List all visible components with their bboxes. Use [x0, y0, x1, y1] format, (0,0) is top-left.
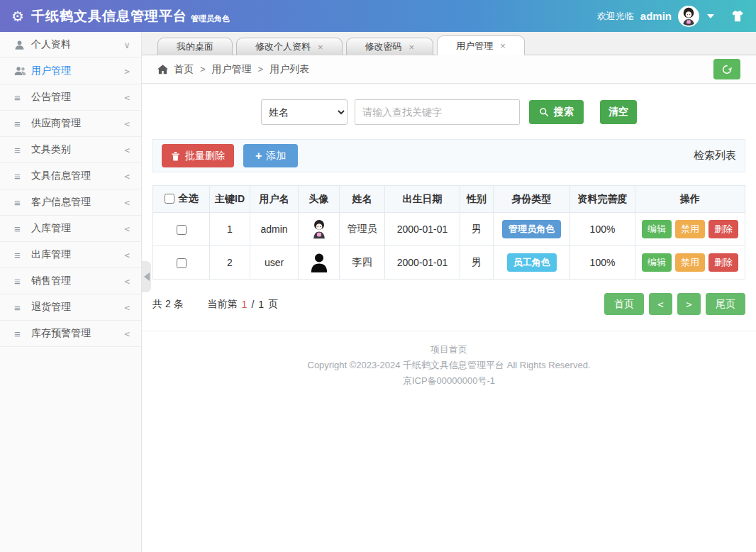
cell-id: 2: [210, 246, 250, 280]
page-separator: /: [251, 299, 254, 310]
sidebar: 个人资料 ∨ 用户管理 > ≡ 公告管理 < ≡ 供应商管理 < ≡ 文具类别 …: [0, 32, 142, 552]
delete-button[interactable]: 删除: [708, 220, 738, 238]
sidebar-item-stock-alert[interactable]: ≡ 库存预警管理 <: [0, 321, 141, 347]
list-icon: ≡: [14, 92, 31, 104]
tab-user-management[interactable]: 用户管理 ×: [437, 35, 525, 55]
sidebar-item-label: 文具信息管理: [31, 170, 91, 182]
total-count-text: 共 2 条: [152, 298, 184, 311]
row-checkbox[interactable]: [177, 258, 187, 268]
sidebar-item-announcements[interactable]: ≡ 公告管理 <: [0, 84, 141, 111]
sidebar-item-stationery-category[interactable]: ≡ 文具类别 <: [0, 137, 141, 163]
sidebar-item-customer-info[interactable]: ≡ 客户信息管理 <: [0, 189, 141, 216]
list-toolbar: 批量删除 + 添加 检索列表: [152, 139, 745, 172]
sidebar-item-profile[interactable]: 个人资料 ∨: [0, 32, 141, 58]
cell-id: 1: [210, 213, 250, 246]
sidebar-item-suppliers[interactable]: ≡ 供应商管理 <: [0, 111, 141, 137]
prev-page-button[interactable]: <: [649, 293, 672, 315]
close-icon[interactable]: ×: [409, 43, 415, 52]
sidebar-item-user-management[interactable]: 用户管理 >: [0, 58, 141, 84]
chevron-left-icon: <: [124, 197, 130, 208]
chevron-left-icon: <: [124, 145, 130, 155]
breadcrumb-user-management[interactable]: 用户管理: [212, 63, 252, 76]
refresh-button[interactable]: [713, 59, 740, 79]
cell-gender: 男: [460, 213, 494, 246]
sidebar-item-stationery-info[interactable]: ≡ 文具信息管理 <: [0, 163, 141, 189]
tab-change-password[interactable]: 修改密码 ×: [346, 38, 434, 55]
gear-logo-icon: ⚙: [11, 9, 24, 23]
sidebar-collapse-handle[interactable]: [142, 261, 151, 292]
disable-button[interactable]: 禁用: [675, 220, 705, 238]
search-field-select[interactable]: 姓名: [261, 99, 348, 125]
column-header-avatar: 头像: [299, 186, 340, 213]
column-header-actions: 操作: [635, 186, 745, 213]
sidebar-item-label: 出库管理: [31, 248, 71, 261]
sidebar-item-returns[interactable]: ≡ 退货管理 <: [0, 294, 141, 321]
chevron-left-icon: <: [124, 329, 130, 339]
tab-label: 我的桌面: [177, 40, 213, 53]
last-page-button[interactable]: 尾页: [706, 293, 745, 315]
row-avatar: [299, 219, 339, 239]
add-button-label: 添加: [266, 150, 286, 162]
username-text[interactable]: admin: [640, 10, 672, 22]
user-avatar[interactable]: [678, 6, 699, 27]
chevron-left-icon: <: [124, 223, 130, 234]
sidebar-item-outbound[interactable]: ≡ 出库管理 <: [0, 242, 141, 268]
cell-birthdate: 2000-01-01: [385, 213, 460, 246]
sidebar-item-sales[interactable]: ≡ 销售管理 <: [0, 268, 141, 294]
cell-username: admin: [250, 213, 299, 246]
users-icon: [14, 66, 31, 76]
next-page-button[interactable]: >: [677, 293, 701, 315]
chevron-left-icon: <: [124, 171, 130, 182]
cell-name: 李四: [340, 246, 385, 280]
tab-my-desktop[interactable]: 我的桌面: [157, 38, 233, 55]
sidebar-item-label: 文具类别: [31, 143, 71, 156]
project-home-link[interactable]: 项目首页: [142, 342, 756, 358]
total-pages-number: 1: [258, 299, 264, 310]
search-input[interactable]: [355, 99, 520, 125]
sidebar-item-label: 用户管理: [31, 65, 71, 77]
list-icon: ≡: [14, 118, 31, 130]
delete-button[interactable]: 删除: [708, 253, 738, 272]
cell-name: 管理员: [340, 213, 385, 246]
column-header-birthdate: 出生日期: [385, 186, 460, 213]
search-button[interactable]: 搜索: [529, 100, 584, 124]
close-icon[interactable]: ×: [500, 41, 506, 50]
chevron-left-icon: <: [124, 302, 130, 313]
close-icon[interactable]: ×: [318, 43, 323, 52]
user-icon: [14, 40, 31, 50]
column-header-select-all: 全选: [179, 192, 199, 205]
breadcrumb-home[interactable]: 首页: [174, 63, 194, 76]
page-unit-text: 页: [268, 298, 278, 311]
row-checkbox[interactable]: [177, 225, 187, 235]
sidebar-item-inbound[interactable]: ≡ 入库管理 <: [0, 216, 141, 242]
copyright-text: Copyright ©2023-2024 千纸鹤文具信息管理平台 All Rig…: [142, 358, 756, 373]
search-icon: [539, 107, 549, 117]
tab-edit-profile[interactable]: 修改个人资料 ×: [236, 38, 343, 55]
tab-label: 修改密码: [365, 40, 402, 53]
chevron-right-icon: >: [124, 66, 130, 77]
disable-button[interactable]: 禁用: [675, 253, 705, 272]
sidebar-item-label: 个人资料: [31, 38, 71, 51]
breadcrumb-separator: >: [258, 64, 264, 74]
breadcrumb-user-list[interactable]: 用户列表: [269, 63, 309, 76]
table-row: 2 user 李四 2000-01-01 男 员工角色: [153, 246, 745, 280]
list-icon: ≡: [14, 144, 31, 156]
batch-delete-button[interactable]: 批量删除: [162, 144, 234, 167]
select-all-checkbox[interactable]: [165, 194, 174, 204]
column-header-id: 主键ID: [210, 186, 250, 213]
tab-label: 用户管理: [456, 40, 493, 53]
add-button[interactable]: + 添加: [243, 144, 298, 167]
edit-button[interactable]: 编辑: [642, 253, 672, 272]
edit-button[interactable]: 编辑: [642, 220, 672, 238]
column-header-gender: 性别: [460, 186, 494, 213]
trash-icon: [171, 151, 180, 161]
app-title: 千纸鹤文具信息管理平台: [31, 7, 187, 26]
chevron-left-icon: <: [124, 92, 130, 103]
first-page-button[interactable]: 首页: [604, 293, 644, 315]
cell-completeness: 100%: [570, 213, 635, 246]
clear-button[interactable]: 清空: [600, 100, 637, 124]
sidebar-item-label: 供应商管理: [31, 117, 81, 130]
breadcrumb: 首页 > 用户管理 > 用户列表: [142, 55, 756, 84]
theme-shirt-icon[interactable]: [730, 10, 745, 23]
user-menu-caret-icon[interactable]: [707, 14, 714, 18]
